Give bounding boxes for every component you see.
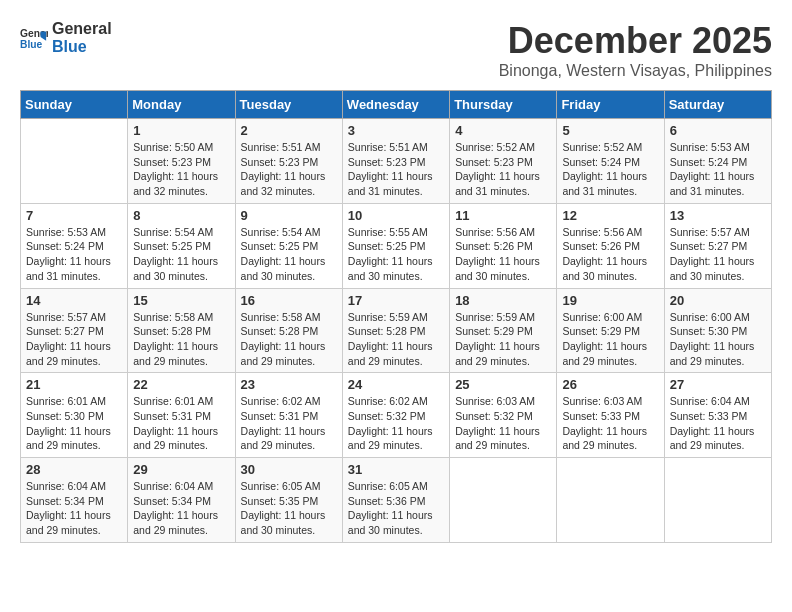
cell-content: Sunrise: 5:53 AMSunset: 5:24 PMDaylight:…: [26, 225, 122, 284]
day-number: 25: [455, 377, 551, 392]
calendar-cell: 3Sunrise: 5:51 AMSunset: 5:23 PMDaylight…: [342, 119, 449, 204]
cell-content: Sunrise: 6:05 AMSunset: 5:36 PMDaylight:…: [348, 479, 444, 538]
day-number: 21: [26, 377, 122, 392]
calendar-cell: 10Sunrise: 5:55 AMSunset: 5:25 PMDayligh…: [342, 203, 449, 288]
weekday-header-sunday: Sunday: [21, 91, 128, 119]
day-number: 28: [26, 462, 122, 477]
weekday-header-monday: Monday: [128, 91, 235, 119]
calendar-cell: 20Sunrise: 6:00 AMSunset: 5:30 PMDayligh…: [664, 288, 771, 373]
logo-text-line1: General: [52, 20, 112, 38]
cell-content: Sunrise: 5:51 AMSunset: 5:23 PMDaylight:…: [348, 140, 444, 199]
calendar-cell: 19Sunrise: 6:00 AMSunset: 5:29 PMDayligh…: [557, 288, 664, 373]
calendar-cell: 2Sunrise: 5:51 AMSunset: 5:23 PMDaylight…: [235, 119, 342, 204]
calendar-cell: 17Sunrise: 5:59 AMSunset: 5:28 PMDayligh…: [342, 288, 449, 373]
day-number: 3: [348, 123, 444, 138]
calendar-cell: 23Sunrise: 6:02 AMSunset: 5:31 PMDayligh…: [235, 373, 342, 458]
cell-content: Sunrise: 6:02 AMSunset: 5:32 PMDaylight:…: [348, 394, 444, 453]
cell-content: Sunrise: 5:51 AMSunset: 5:23 PMDaylight:…: [241, 140, 337, 199]
cell-content: Sunrise: 5:58 AMSunset: 5:28 PMDaylight:…: [133, 310, 229, 369]
calendar-cell: 29Sunrise: 6:04 AMSunset: 5:34 PMDayligh…: [128, 458, 235, 543]
location-subtitle: Binonga, Western Visayas, Philippines: [499, 62, 772, 80]
day-number: 14: [26, 293, 122, 308]
cell-content: Sunrise: 6:03 AMSunset: 5:32 PMDaylight:…: [455, 394, 551, 453]
calendar-cell: 25Sunrise: 6:03 AMSunset: 5:32 PMDayligh…: [450, 373, 557, 458]
cell-content: Sunrise: 5:50 AMSunset: 5:23 PMDaylight:…: [133, 140, 229, 199]
cell-content: Sunrise: 6:05 AMSunset: 5:35 PMDaylight:…: [241, 479, 337, 538]
calendar-cell: 27Sunrise: 6:04 AMSunset: 5:33 PMDayligh…: [664, 373, 771, 458]
calendar-cell: 8Sunrise: 5:54 AMSunset: 5:25 PMDaylight…: [128, 203, 235, 288]
calendar-cell: 26Sunrise: 6:03 AMSunset: 5:33 PMDayligh…: [557, 373, 664, 458]
day-number: 26: [562, 377, 658, 392]
cell-content: Sunrise: 6:01 AMSunset: 5:31 PMDaylight:…: [133, 394, 229, 453]
calendar-cell: 1Sunrise: 5:50 AMSunset: 5:23 PMDaylight…: [128, 119, 235, 204]
week-row-2: 7Sunrise: 5:53 AMSunset: 5:24 PMDaylight…: [21, 203, 772, 288]
day-number: 16: [241, 293, 337, 308]
calendar-cell: [557, 458, 664, 543]
week-row-5: 28Sunrise: 6:04 AMSunset: 5:34 PMDayligh…: [21, 458, 772, 543]
calendar-cell: 22Sunrise: 6:01 AMSunset: 5:31 PMDayligh…: [128, 373, 235, 458]
cell-content: Sunrise: 5:52 AMSunset: 5:24 PMDaylight:…: [562, 140, 658, 199]
day-number: 18: [455, 293, 551, 308]
page-header: General Blue General Blue December 2025 …: [20, 20, 772, 80]
cell-content: Sunrise: 5:57 AMSunset: 5:27 PMDaylight:…: [670, 225, 766, 284]
cell-content: Sunrise: 6:04 AMSunset: 5:34 PMDaylight:…: [133, 479, 229, 538]
calendar-cell: 21Sunrise: 6:01 AMSunset: 5:30 PMDayligh…: [21, 373, 128, 458]
week-row-3: 14Sunrise: 5:57 AMSunset: 5:27 PMDayligh…: [21, 288, 772, 373]
calendar-cell: 16Sunrise: 5:58 AMSunset: 5:28 PMDayligh…: [235, 288, 342, 373]
month-title: December 2025: [499, 20, 772, 62]
cell-content: Sunrise: 5:56 AMSunset: 5:26 PMDaylight:…: [455, 225, 551, 284]
calendar-cell: 13Sunrise: 5:57 AMSunset: 5:27 PMDayligh…: [664, 203, 771, 288]
day-number: 2: [241, 123, 337, 138]
day-number: 31: [348, 462, 444, 477]
calendar-cell: 4Sunrise: 5:52 AMSunset: 5:23 PMDaylight…: [450, 119, 557, 204]
cell-content: Sunrise: 6:04 AMSunset: 5:34 PMDaylight:…: [26, 479, 122, 538]
cell-content: Sunrise: 5:59 AMSunset: 5:28 PMDaylight:…: [348, 310, 444, 369]
day-number: 27: [670, 377, 766, 392]
cell-content: Sunrise: 6:00 AMSunset: 5:29 PMDaylight:…: [562, 310, 658, 369]
weekday-header-thursday: Thursday: [450, 91, 557, 119]
weekday-header-friday: Friday: [557, 91, 664, 119]
cell-content: Sunrise: 5:54 AMSunset: 5:25 PMDaylight:…: [241, 225, 337, 284]
cell-content: Sunrise: 5:55 AMSunset: 5:25 PMDaylight:…: [348, 225, 444, 284]
day-number: 29: [133, 462, 229, 477]
calendar-cell: [21, 119, 128, 204]
day-number: 15: [133, 293, 229, 308]
calendar-cell: 5Sunrise: 5:52 AMSunset: 5:24 PMDaylight…: [557, 119, 664, 204]
cell-content: Sunrise: 6:03 AMSunset: 5:33 PMDaylight:…: [562, 394, 658, 453]
cell-content: Sunrise: 5:56 AMSunset: 5:26 PMDaylight:…: [562, 225, 658, 284]
day-number: 5: [562, 123, 658, 138]
cell-content: Sunrise: 6:00 AMSunset: 5:30 PMDaylight:…: [670, 310, 766, 369]
day-number: 13: [670, 208, 766, 223]
day-number: 9: [241, 208, 337, 223]
day-number: 20: [670, 293, 766, 308]
day-number: 23: [241, 377, 337, 392]
cell-content: Sunrise: 5:53 AMSunset: 5:24 PMDaylight:…: [670, 140, 766, 199]
day-number: 11: [455, 208, 551, 223]
logo-icon: General Blue: [20, 24, 48, 52]
calendar-cell: 28Sunrise: 6:04 AMSunset: 5:34 PMDayligh…: [21, 458, 128, 543]
day-number: 7: [26, 208, 122, 223]
day-number: 22: [133, 377, 229, 392]
calendar-cell: [664, 458, 771, 543]
svg-text:Blue: Blue: [20, 39, 43, 50]
calendar-cell: 6Sunrise: 5:53 AMSunset: 5:24 PMDaylight…: [664, 119, 771, 204]
day-number: 12: [562, 208, 658, 223]
cell-content: Sunrise: 5:52 AMSunset: 5:23 PMDaylight:…: [455, 140, 551, 199]
calendar-cell: 24Sunrise: 6:02 AMSunset: 5:32 PMDayligh…: [342, 373, 449, 458]
weekday-header-wednesday: Wednesday: [342, 91, 449, 119]
day-number: 1: [133, 123, 229, 138]
title-area: December 2025 Binonga, Western Visayas, …: [499, 20, 772, 80]
logo: General Blue General Blue: [20, 20, 112, 55]
day-number: 10: [348, 208, 444, 223]
calendar-cell: 30Sunrise: 6:05 AMSunset: 5:35 PMDayligh…: [235, 458, 342, 543]
day-number: 30: [241, 462, 337, 477]
calendar-cell: 14Sunrise: 5:57 AMSunset: 5:27 PMDayligh…: [21, 288, 128, 373]
cell-content: Sunrise: 6:04 AMSunset: 5:33 PMDaylight:…: [670, 394, 766, 453]
calendar-cell: 11Sunrise: 5:56 AMSunset: 5:26 PMDayligh…: [450, 203, 557, 288]
calendar-cell: 15Sunrise: 5:58 AMSunset: 5:28 PMDayligh…: [128, 288, 235, 373]
day-number: 8: [133, 208, 229, 223]
cell-content: Sunrise: 6:02 AMSunset: 5:31 PMDaylight:…: [241, 394, 337, 453]
calendar-cell: 31Sunrise: 6:05 AMSunset: 5:36 PMDayligh…: [342, 458, 449, 543]
week-row-1: 1Sunrise: 5:50 AMSunset: 5:23 PMDaylight…: [21, 119, 772, 204]
cell-content: Sunrise: 5:59 AMSunset: 5:29 PMDaylight:…: [455, 310, 551, 369]
